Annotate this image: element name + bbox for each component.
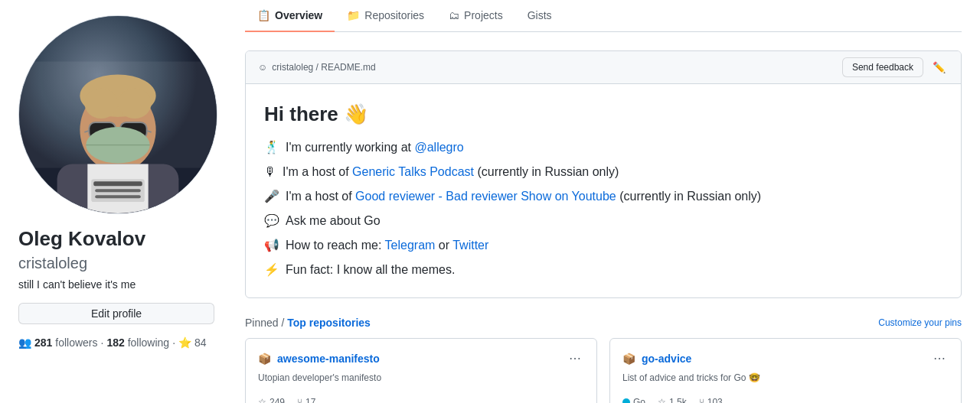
- pin-card-header: 📦 go-advice ⋯: [622, 351, 949, 366]
- tab-gists[interactable]: Gists: [515, 0, 564, 32]
- following-link[interactable]: 182 following: [106, 336, 169, 349]
- nav-tabs: 📋 Overview 📁 Repositories 🗂 Projects Gis…: [245, 0, 962, 32]
- pin-card-stats: Go ☆ 1.5k ⑂ 103: [622, 397, 949, 403]
- tab-overview[interactable]: 📋 Overview: [245, 0, 335, 32]
- telegram-link[interactable]: Telegram: [385, 239, 436, 252]
- bullet-emoji: 📢: [264, 236, 279, 255]
- svg-rect-20: [95, 195, 141, 198]
- svg-rect-19: [95, 189, 141, 192]
- fork-icon: ⑂: [699, 397, 704, 403]
- forks-stat: ⑂ 103: [699, 397, 723, 403]
- star-icon: ⭐: [178, 336, 191, 349]
- svg-point-7: [118, 88, 152, 119]
- kebab-menu-button[interactable]: ⋯: [566, 351, 584, 366]
- pin-card-go-advice: 📦 go-advice ⋯ List of advice and tricks …: [609, 338, 962, 403]
- pinned-grid: 📦 awesome-manifesto ⋯ Utopian developer'…: [245, 338, 962, 403]
- list-item: ⚡ Fun fact: I know all the memes.: [264, 261, 942, 279]
- list-item: 📢 How to reach me: Telegram or Twitter: [264, 236, 942, 255]
- projects-icon: 🗂: [449, 9, 459, 21]
- avatar-badge: 🤔: [185, 181, 209, 206]
- sidebar: 🤔 Oleg Kovalov cristaloleg still I can't…: [0, 0, 227, 403]
- bullet-emoji: 🎤: [264, 187, 279, 206]
- edit-readme-button[interactable]: ✏️: [929, 58, 949, 76]
- pin-card-stats: ☆ 249 ⑂ 17: [258, 397, 584, 403]
- star-icon: ☆: [258, 397, 266, 403]
- followers-link[interactable]: 281 followers: [34, 336, 98, 349]
- good-reviewer-link[interactable]: Good reviewer - Bad reviewer Show on You…: [355, 190, 616, 203]
- lang-stat: Go: [622, 397, 645, 403]
- repo-icon: 📦: [622, 353, 635, 365]
- star-icon: ☆: [658, 397, 666, 403]
- readme-heading: Hi there 👋: [264, 102, 942, 126]
- svg-rect-18: [93, 181, 142, 186]
- bullet-emoji: 🎙: [264, 163, 276, 181]
- pin-card-description: Utopian developer's manifesto: [258, 372, 584, 385]
- profile-username: cristaloleg: [18, 255, 214, 272]
- readme-body: Hi there 👋 🕺 I'm currently working at @a…: [246, 84, 961, 297]
- bullet-emoji: 🕺: [264, 138, 279, 157]
- people-icon: 👥: [18, 336, 31, 349]
- bullet-emoji: ⚡: [264, 261, 279, 279]
- repositories-icon: 📁: [347, 9, 360, 21]
- readme-actions: Send feedback ✏️: [842, 57, 949, 77]
- readme-list: 🕺 I'm currently working at @allegro 🎙 I'…: [264, 138, 942, 279]
- pin-card-header: 📦 awesome-manifesto ⋯: [258, 351, 584, 366]
- repo-icon: 📦: [258, 353, 271, 365]
- readme-header: ☺ cristaloleg / README.md Send feedback …: [246, 51, 961, 84]
- go-advice-link[interactable]: 📦 go-advice: [622, 353, 691, 365]
- svg-point-6: [84, 88, 118, 119]
- tab-repositories[interactable]: 📁 Repositories: [335, 0, 436, 32]
- profile-bio: still I can't believe it's me: [18, 278, 214, 291]
- profile-name: Oleg Kovalov: [18, 226, 214, 252]
- kebab-menu-button[interactable]: ⋯: [930, 351, 949, 366]
- fork-icon: ⑂: [297, 397, 302, 403]
- stars-stat: ☆ 249: [258, 397, 285, 403]
- top-repos-link[interactable]: Top repositories: [287, 317, 371, 329]
- overview-icon: 📋: [257, 9, 270, 21]
- stars-stat: ☆ 1.5k: [658, 397, 687, 403]
- bullet-emoji: 💬: [264, 212, 279, 230]
- avatar-container: 🤔: [18, 15, 217, 214]
- send-feedback-button[interactable]: Send feedback: [842, 57, 923, 77]
- customize-pins-link[interactable]: Customize your pins: [878, 317, 962, 328]
- pin-card-awesome-manifesto: 📦 awesome-manifesto ⋯ Utopian developer'…: [245, 338, 597, 403]
- avatar-image: [19, 16, 217, 213]
- smiley-icon: ☺: [258, 62, 267, 73]
- list-item: 🎙 I'm a host of Generic Talks Podcast (c…: [264, 163, 942, 181]
- awesome-manifesto-link[interactable]: 📦 awesome-manifesto: [258, 353, 380, 365]
- forks-stat: ⑂ 17: [297, 397, 315, 403]
- language-dot: [622, 398, 630, 403]
- pinned-title: Pinned / Top repositories: [245, 317, 371, 329]
- tab-projects[interactable]: 🗂 Projects: [436, 0, 515, 32]
- stars-count: 84: [194, 336, 207, 349]
- followers-row: 👥 281 followers · 182 following · ⭐ 84: [18, 336, 214, 349]
- readme-card: ☺ cristaloleg / README.md Send feedback …: [245, 50, 962, 298]
- pin-card-description: List of advice and tricks for Go 🤓: [622, 372, 949, 385]
- generic-talks-link[interactable]: Generic Talks Podcast: [352, 165, 474, 178]
- list-item: 🎤 I'm a host of Good reviewer - Bad revi…: [264, 187, 942, 206]
- main-content: 📋 Overview 📁 Repositories 🗂 Projects Gis…: [227, 0, 980, 403]
- edit-profile-button[interactable]: Edit profile: [18, 303, 214, 324]
- allegro-link[interactable]: @allegro: [414, 141, 463, 154]
- list-item: 🕺 I'm currently working at @allegro: [264, 138, 942, 157]
- list-item: 💬 Ask me about Go: [264, 212, 942, 230]
- pinned-header: Pinned / Top repositories Customize your…: [245, 317, 962, 329]
- twitter-link[interactable]: Twitter: [452, 239, 488, 252]
- readme-path: ☺ cristaloleg / README.md: [258, 62, 376, 73]
